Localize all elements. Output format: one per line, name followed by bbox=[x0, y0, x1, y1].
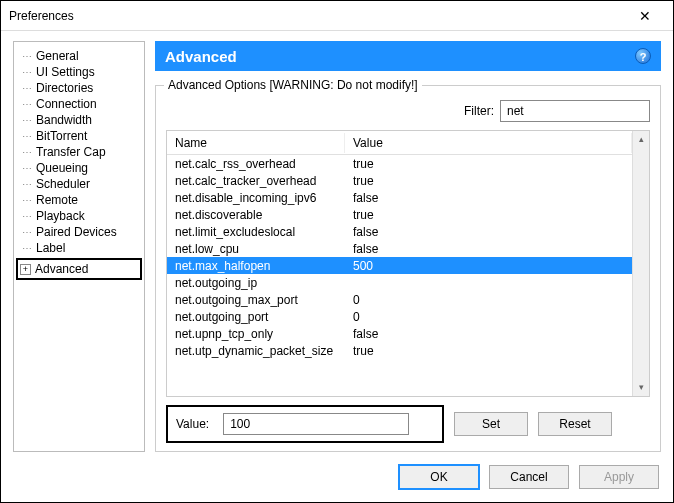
tree-dots-icon: ⋯ bbox=[18, 243, 36, 254]
expand-icon[interactable]: + bbox=[20, 264, 31, 275]
tree-dots-icon: ⋯ bbox=[18, 179, 36, 190]
table-row[interactable]: net.max_halfopen500 bbox=[167, 257, 632, 274]
table-row[interactable]: net.outgoing_ip bbox=[167, 274, 632, 291]
sidebar-item[interactable]: ⋯BitTorrent bbox=[18, 128, 140, 144]
ok-button[interactable]: OK bbox=[399, 465, 479, 489]
sidebar: ⋯General⋯UI Settings⋯Directories⋯Connect… bbox=[13, 41, 145, 452]
sidebar-item[interactable]: ⋯Scheduler bbox=[18, 176, 140, 192]
sidebar-item-advanced[interactable]: + Advanced bbox=[16, 258, 142, 280]
sidebar-item-label: Bandwidth bbox=[36, 113, 92, 127]
tree-dots-icon: ⋯ bbox=[18, 195, 36, 206]
sidebar-item-label: Remote bbox=[36, 193, 78, 207]
value-input[interactable] bbox=[223, 413, 409, 435]
panel-title: Advanced bbox=[165, 48, 237, 65]
cell-value bbox=[345, 280, 632, 286]
set-button[interactable]: Set bbox=[454, 412, 528, 436]
scroll-down-icon[interactable]: ▾ bbox=[633, 379, 649, 396]
cell-value: 500 bbox=[345, 256, 632, 276]
column-value[interactable]: Value bbox=[345, 133, 632, 153]
tree-dots-icon: ⋯ bbox=[18, 147, 36, 158]
scrollbar[interactable]: ▴ ▾ bbox=[632, 131, 649, 396]
sidebar-item-label: Advanced bbox=[35, 262, 88, 276]
sidebar-item[interactable]: ⋯Paired Devices bbox=[18, 224, 140, 240]
sidebar-item[interactable]: ⋯Remote bbox=[18, 192, 140, 208]
panel-header: Advanced ? bbox=[155, 41, 661, 71]
reset-button[interactable]: Reset bbox=[538, 412, 612, 436]
table-row[interactable]: net.discoverabletrue bbox=[167, 206, 632, 223]
value-editor: Value: bbox=[166, 405, 444, 443]
apply-button[interactable]: Apply bbox=[579, 465, 659, 489]
sidebar-item[interactable]: ⋯General bbox=[18, 48, 140, 64]
table-row[interactable]: net.low_cpufalse bbox=[167, 240, 632, 257]
sidebar-item[interactable]: ⋯Queueing bbox=[18, 160, 140, 176]
sidebar-item-label: Directories bbox=[36, 81, 93, 95]
tree-dots-icon: ⋯ bbox=[18, 115, 36, 126]
sidebar-item[interactable]: ⋯Transfer Cap bbox=[18, 144, 140, 160]
tree-dots-icon: ⋯ bbox=[18, 163, 36, 174]
cell-value: true bbox=[345, 341, 632, 361]
filter-label: Filter: bbox=[464, 104, 494, 118]
group-label: Advanced Options [WARNING: Do not modify… bbox=[164, 78, 422, 92]
tree-dots-icon: ⋯ bbox=[18, 99, 36, 110]
value-label: Value: bbox=[176, 417, 209, 431]
tree-dots-icon: ⋯ bbox=[18, 131, 36, 142]
table-row[interactable]: net.utp_dynamic_packet_sizetrue bbox=[167, 342, 632, 359]
table-row[interactable]: net.calc_rss_overheadtrue bbox=[167, 155, 632, 172]
cancel-button[interactable]: Cancel bbox=[489, 465, 569, 489]
sidebar-item[interactable]: ⋯Playback bbox=[18, 208, 140, 224]
scroll-up-icon[interactable]: ▴ bbox=[633, 131, 649, 148]
table-row[interactable]: net.outgoing_max_port0 bbox=[167, 291, 632, 308]
table-row[interactable]: net.outgoing_port0 bbox=[167, 308, 632, 325]
sidebar-item-label: Queueing bbox=[36, 161, 88, 175]
sidebar-item-label: Paired Devices bbox=[36, 225, 117, 239]
sidebar-item-label: Label bbox=[36, 241, 65, 255]
sidebar-item[interactable]: ⋯Directories bbox=[18, 80, 140, 96]
titlebar: Preferences ✕ bbox=[1, 1, 673, 31]
cell-name: net.utp_dynamic_packet_size bbox=[167, 341, 345, 361]
tree-dots-icon: ⋯ bbox=[18, 83, 36, 94]
sidebar-item-label: BitTorrent bbox=[36, 129, 87, 143]
tree-dots-icon: ⋯ bbox=[18, 227, 36, 238]
table-row[interactable]: net.calc_tracker_overheadtrue bbox=[167, 172, 632, 189]
column-name[interactable]: Name bbox=[167, 133, 345, 153]
tree-dots-icon: ⋯ bbox=[18, 211, 36, 222]
sidebar-item-label: Scheduler bbox=[36, 177, 90, 191]
sidebar-item-label: Playback bbox=[36, 209, 85, 223]
sidebar-item[interactable]: ⋯Label bbox=[18, 240, 140, 256]
sidebar-item[interactable]: ⋯UI Settings bbox=[18, 64, 140, 80]
sidebar-item-label: Connection bbox=[36, 97, 97, 111]
dialog-buttons: OK Cancel Apply bbox=[1, 452, 673, 502]
sidebar-item-label: General bbox=[36, 49, 79, 63]
tree-dots-icon: ⋯ bbox=[18, 51, 36, 62]
table-header: Name Value bbox=[167, 131, 632, 155]
sidebar-item[interactable]: ⋯Bandwidth bbox=[18, 112, 140, 128]
options-table: Name Value net.calc_rss_overheadtruenet.… bbox=[166, 130, 650, 397]
help-icon[interactable]: ? bbox=[635, 48, 651, 64]
sidebar-item[interactable]: ⋯Connection bbox=[18, 96, 140, 112]
close-icon: ✕ bbox=[639, 8, 651, 24]
sidebar-item-label: UI Settings bbox=[36, 65, 95, 79]
close-button[interactable]: ✕ bbox=[625, 2, 665, 30]
window-title: Preferences bbox=[9, 9, 74, 23]
advanced-options-group: Advanced Options [WARNING: Do not modify… bbox=[155, 85, 661, 452]
filter-input[interactable] bbox=[500, 100, 650, 122]
table-row[interactable]: net.disable_incoming_ipv6false bbox=[167, 189, 632, 206]
tree-dots-icon: ⋯ bbox=[18, 67, 36, 78]
sidebar-item-label: Transfer Cap bbox=[36, 145, 106, 159]
table-row[interactable]: net.limit_excludeslocalfalse bbox=[167, 223, 632, 240]
table-row[interactable]: net.upnp_tcp_onlyfalse bbox=[167, 325, 632, 342]
